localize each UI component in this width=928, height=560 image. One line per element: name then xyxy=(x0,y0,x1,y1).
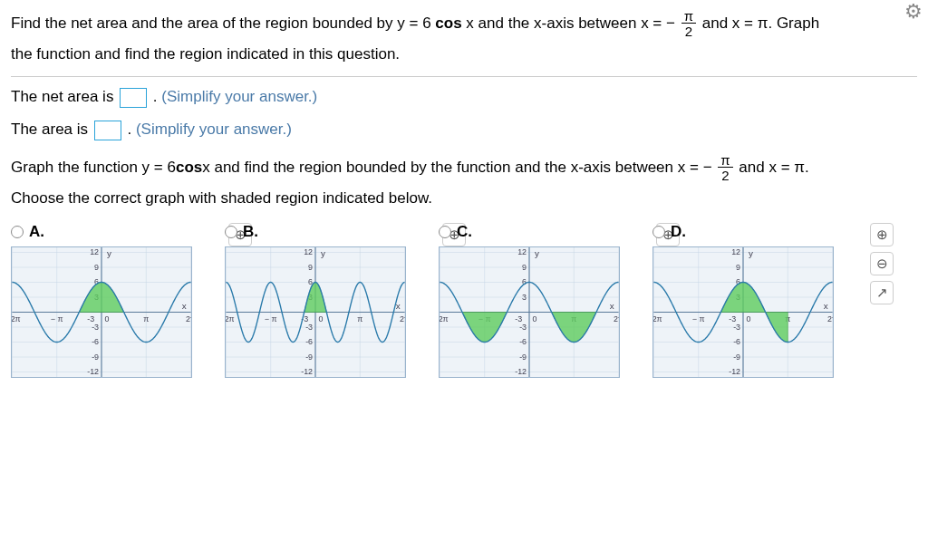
svg-text:π: π xyxy=(143,314,149,323)
svg-text:− 2π: − 2π xyxy=(440,314,449,323)
svg-text:-3: -3 xyxy=(519,323,527,332)
svg-text:12: 12 xyxy=(90,247,99,256)
svg-text:-3: -3 xyxy=(729,314,736,323)
choice-C: C. 12963-3-6-9-12− 2π− ππ2π-30yx ⊕ ⊖ ↗ xyxy=(439,223,649,378)
radio-D[interactable] xyxy=(652,226,665,238)
svg-text:-3: -3 xyxy=(515,314,522,323)
cos-bold-2: cos xyxy=(176,159,202,177)
svg-text:-12: -12 xyxy=(515,367,527,376)
choice-C-label: C. xyxy=(457,223,472,241)
subq-a: Graph the function y = 6 xyxy=(11,159,176,177)
zoom-in-icon[interactable]: ⊕ xyxy=(870,223,894,246)
question-text: Find the net area and the area of the re… xyxy=(11,9,917,69)
svg-text:-6: -6 xyxy=(519,337,527,346)
svg-text:− π: − π xyxy=(692,314,705,323)
svg-text:12: 12 xyxy=(304,247,313,256)
net-area-label: The net area is xyxy=(11,89,118,106)
radio-B[interactable] xyxy=(225,226,237,238)
frac-num-2: π xyxy=(718,153,732,168)
svg-text:-12: -12 xyxy=(729,367,740,376)
svg-text:3: 3 xyxy=(522,293,527,302)
svg-text:-9: -9 xyxy=(733,352,740,362)
svg-text:2π: 2π xyxy=(827,314,833,323)
svg-text:9: 9 xyxy=(736,263,740,272)
net-post: . xyxy=(153,89,161,106)
choice-B-label: B. xyxy=(243,223,258,241)
subq-c: and x = π. xyxy=(735,159,809,177)
popout-icon[interactable]: ↗ xyxy=(870,281,894,304)
choice-B: B. 12963-3-6-9-12− 2π− ππ2π-30yx ⊕ ⊖ ↗ xyxy=(225,223,435,378)
svg-text:0: 0 xyxy=(104,314,109,323)
radio-A[interactable] xyxy=(11,226,24,238)
svg-text:x: x xyxy=(182,300,187,310)
graph-D: 12963-3-6-9-12− 2π− ππ2π-30yx xyxy=(652,246,834,378)
q-line2: the function and find the region indicat… xyxy=(11,40,917,69)
svg-text:2π: 2π xyxy=(400,314,405,323)
subq-line2: Choose the correct graph with shaded reg… xyxy=(11,184,917,213)
svg-text:-9: -9 xyxy=(92,352,99,362)
svg-text:-6: -6 xyxy=(733,337,740,346)
svg-text:− 2π: − 2π xyxy=(226,314,235,323)
choice-D-label: D. xyxy=(671,223,686,241)
svg-text:-6: -6 xyxy=(92,337,99,346)
q-text-b: x and the x-axis between x = − xyxy=(462,14,680,32)
net-area-hint: (Simplify your answer.) xyxy=(161,89,317,106)
svg-text:2π: 2π xyxy=(614,314,619,323)
area-post: . xyxy=(128,121,136,139)
net-area-input[interactable] xyxy=(120,88,147,108)
svg-text:− π: − π xyxy=(265,314,277,323)
svg-text:-6: -6 xyxy=(305,337,313,346)
svg-text:− 2π: − 2π xyxy=(653,314,662,323)
radio-C[interactable] xyxy=(439,226,451,238)
svg-text:− 2π: − 2π xyxy=(12,314,21,323)
svg-text:-9: -9 xyxy=(305,352,313,362)
choices-row: A. 12963-3-6-9-12− 2π− ππ2π-30yx ⊕ ⊖ ↗ B… xyxy=(11,223,917,378)
svg-text:-12: -12 xyxy=(301,367,313,376)
graph-C: 12963-3-6-9-12− 2π− ππ2π-30yx xyxy=(439,246,620,378)
q-text-a: Find the net area and the area of the re… xyxy=(11,14,435,32)
svg-text:0: 0 xyxy=(532,314,536,323)
svg-text:− π: − π xyxy=(51,314,63,323)
svg-text:9: 9 xyxy=(94,263,99,272)
svg-text:y: y xyxy=(535,247,539,257)
svg-text:x: x xyxy=(610,300,614,310)
divider xyxy=(11,76,917,77)
svg-text:12: 12 xyxy=(517,247,527,256)
svg-text:y: y xyxy=(107,247,111,257)
svg-text:12: 12 xyxy=(731,247,740,256)
gear-icon[interactable]: ⚙ xyxy=(904,0,923,24)
area-row: The area is . (Simplify your answer.) xyxy=(11,121,917,140)
frac-den-2: 2 xyxy=(718,168,732,184)
graph-B: 12963-3-6-9-12− 2π− ππ2π-30yx xyxy=(225,246,406,378)
cos-bold: cos xyxy=(435,14,461,32)
svg-text:π: π xyxy=(357,314,362,323)
choice-D: D. 12963-3-6-9-12− 2π− ππ2π-30yx ⊕ ⊖ ↗ xyxy=(652,223,863,378)
svg-text:-12: -12 xyxy=(87,367,99,376)
frac-den: 2 xyxy=(682,24,696,40)
svg-text:-3: -3 xyxy=(733,323,740,332)
fraction-pi-2-b: π2 xyxy=(718,153,732,184)
svg-text:0: 0 xyxy=(746,314,750,323)
zoom-out-icon[interactable]: ⊖ xyxy=(870,252,894,275)
frac-num: π xyxy=(682,9,696,24)
area-input[interactable] xyxy=(94,121,121,140)
svg-text:0: 0 xyxy=(318,314,323,323)
q-text-c: and x = π. Graph xyxy=(698,14,819,32)
area-hint: (Simplify your answer.) xyxy=(136,121,292,139)
svg-text:-9: -9 xyxy=(519,352,527,362)
choice-A: A. 12963-3-6-9-12− 2π− ππ2π-30yx ⊕ ⊖ ↗ xyxy=(11,223,221,378)
svg-text:9: 9 xyxy=(522,263,527,272)
svg-text:9: 9 xyxy=(308,263,313,272)
graph-A: 12963-3-6-9-12− 2π− ππ2π-30yx xyxy=(11,246,192,378)
svg-text:-3: -3 xyxy=(92,323,99,332)
svg-text:-3: -3 xyxy=(87,314,94,323)
svg-text:y: y xyxy=(749,247,753,257)
svg-text:x: x xyxy=(824,300,828,310)
subquestion-text: Graph the function y = 6cosx and find th… xyxy=(11,153,917,213)
svg-text:-3: -3 xyxy=(305,323,313,332)
svg-text:y: y xyxy=(321,247,325,257)
svg-text:2π: 2π xyxy=(186,314,191,323)
choice-A-label: A. xyxy=(29,223,44,241)
fraction-pi-2: π2 xyxy=(682,9,696,40)
net-area-row: The net area is . (Simplify your answer.… xyxy=(11,88,917,108)
